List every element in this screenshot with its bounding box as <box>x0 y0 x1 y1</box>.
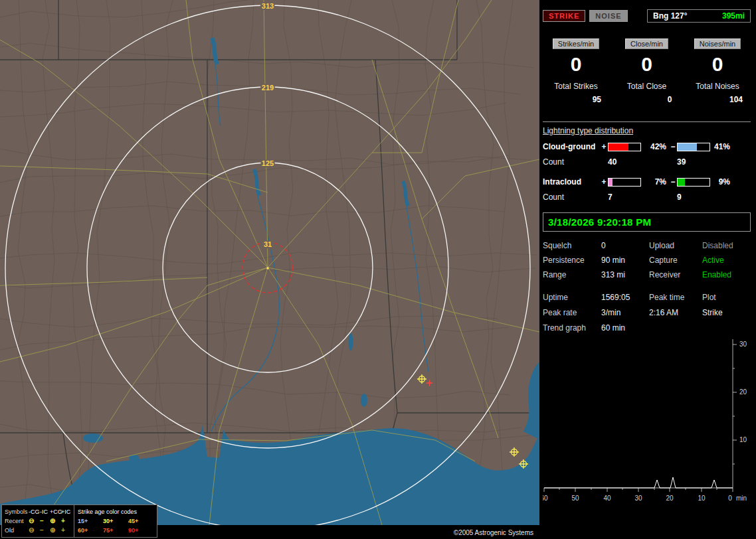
age-code-15: 15+ <box>78 518 103 524</box>
cg-plus-bar <box>608 143 641 151</box>
legend-recent-label: Recent <box>5 518 29 524</box>
age-code-60: 60+ <box>78 528 103 534</box>
cloud-ground-row: Cloud-ground + 42% − 41% <box>543 142 751 151</box>
age-code-30: 30+ <box>103 518 128 524</box>
trend-y-tick-20: 20 <box>739 388 747 396</box>
upload-status: Disabled <box>702 241 751 250</box>
cg-minus-percent: 41% <box>710 142 733 151</box>
trend-x-tick-20: 20 <box>666 495 674 502</box>
cg-count-label: Count <box>543 157 608 167</box>
recent-pos-cg-icon: ⊕ <box>50 518 61 524</box>
settings-grid: Squelch 0 Upload Disabled Persistence 90… <box>543 241 751 279</box>
total-close-value: 0 <box>614 95 680 104</box>
lightning-detector-app: 313 219 125 31 Symbols <box>0 0 756 539</box>
receiver-label: Receiver <box>649 270 702 279</box>
strike-legend: Symbols -CG -IC +CG +IC Recent ⊖ − ⊕ + O… <box>1 504 157 538</box>
trend-x-tick-50: 50 <box>571 495 579 502</box>
noise-indicator-button[interactable]: NOISE <box>589 10 627 22</box>
age-code-75: 75+ <box>103 528 128 534</box>
strikes-per-min-button[interactable]: Strikes/min <box>553 38 599 49</box>
cg-minus-bar-fill <box>678 143 697 151</box>
receiver-status: Enabled <box>702 270 751 279</box>
total-strikes-label: Total Strikes <box>554 82 597 91</box>
trend-x-tick-0: 0 <box>728 495 732 502</box>
intracloud-count-row: Count 7 9 <box>543 193 751 202</box>
legend-col-neg-cg: -CG <box>29 509 40 515</box>
bearing-value: Bng 127° <box>653 11 687 21</box>
noises-per-min-value: 0 <box>712 53 723 75</box>
status-grid: Uptime 1569:05 Peak time Plot Peak rate … <box>543 293 751 333</box>
noises-per-min-button[interactable]: Noises/min <box>694 38 741 49</box>
squelch-label: Squelch <box>543 241 601 250</box>
peak-rate-value: 3/min <box>601 308 649 317</box>
map-svg: 313 219 125 31 <box>0 0 539 525</box>
total-close-label: Total Close <box>627 82 666 91</box>
ic-plus-count: 7 <box>608 193 677 202</box>
ring-label-125: 125 <box>262 159 274 167</box>
uptime-value: 1569:05 <box>601 293 649 302</box>
ic-plus-bar-fill <box>609 179 613 186</box>
trend-series <box>544 477 733 488</box>
plus-sign: + <box>600 177 608 187</box>
capture-status: Active <box>702 256 751 265</box>
uptime-label: Uptime <box>543 293 601 302</box>
ic-plus-percent: 7% <box>641 177 669 187</box>
plot-value: Strike <box>702 308 751 317</box>
plot-label: Plot <box>702 293 751 302</box>
recent-neg-ic-icon: − <box>40 518 50 524</box>
legend-symbols-title: Symbols <box>5 509 29 515</box>
rate-counters: Strikes/min 0 Total Strikes 95 Close/min… <box>543 38 751 104</box>
trend-x-tick-40: 40 <box>603 495 611 502</box>
trend-x-unit: min <box>736 495 747 502</box>
range-label: Range <box>543 270 601 279</box>
trend-graph-label: Trend graph <box>543 323 601 333</box>
trend-graph: 30 20 10 60 50 40 30 20 10 0 min <box>543 335 751 507</box>
bearing-readout: Bng 127° 395mi <box>647 9 751 23</box>
sidebar: STRIKE NOISE Bng 127° 395mi Strikes/min … <box>539 0 756 539</box>
peak-time-value: 2:16 AM <box>649 308 702 317</box>
peak-rate-label: Peak rate <box>543 308 601 317</box>
total-noises-label: Total Noises <box>696 82 739 91</box>
ring-label-219: 219 <box>262 84 274 92</box>
ring-label-313: 313 <box>262 2 274 10</box>
range-value: 313 mi <box>601 270 649 279</box>
upload-label: Upload <box>649 241 702 250</box>
minus-sign: − <box>669 177 677 187</box>
age-code-90: 90+ <box>128 528 153 534</box>
ic-minus-percent: 9% <box>710 177 733 187</box>
close-per-min-value: 0 <box>641 53 652 75</box>
close-column: Close/min 0 Total Close 0 <box>614 38 680 104</box>
legend-age-title: Strike age color codes <box>78 507 153 516</box>
old-pos-cg-icon: ⊕ <box>50 527 61 534</box>
recent-neg-cg-icon: ⊖ <box>29 518 40 524</box>
receiver-location-marker <box>266 267 269 270</box>
legend-symbols: Symbols -CG -IC +CG +IC Recent ⊖ − ⊕ + O… <box>2 505 74 537</box>
cg-plus-count: 40 <box>608 157 677 167</box>
cg-plus-bar-fill <box>609 143 628 151</box>
strike-map[interactable]: 313 219 125 31 Symbols <box>0 0 539 539</box>
cloud-ground-count-row: Count 40 39 <box>543 157 751 167</box>
squelch-value: 0 <box>601 241 649 250</box>
copyright-text: ©2005 Astrogenic Systems <box>450 528 537 537</box>
ic-minus-bar <box>677 178 710 187</box>
total-strikes-value: 95 <box>543 95 609 104</box>
strikes-per-min-value: 0 <box>571 53 582 75</box>
distance-value: 395mi <box>722 11 745 21</box>
old-neg-cg-icon: ⊖ <box>29 527 40 534</box>
old-pos-ic-icon: + <box>61 527 71 534</box>
plus-sign: + <box>600 142 608 151</box>
trend-graph-value: 60 min <box>601 323 649 333</box>
legend-old-label: Old <box>5 528 29 534</box>
legend-age-codes: Strike age color codes 15+ 30+ 45+ 60+ 7… <box>74 505 157 537</box>
lightning-distribution-section: Lightning type distribution Cloud-ground… <box>543 121 751 202</box>
minus-sign: − <box>669 142 677 151</box>
old-neg-ic-icon: − <box>40 527 50 534</box>
trend-y-tick-10: 10 <box>739 436 747 443</box>
ic-minus-bar-fill <box>678 179 685 186</box>
ic-plus-bar <box>608 178 641 187</box>
indicator-row: STRIKE NOISE Bng 127° 395mi <box>543 9 751 23</box>
intracloud-row: Intracloud + 7% − 9% <box>543 177 751 187</box>
close-per-min-button[interactable]: Close/min <box>625 38 668 49</box>
strike-indicator-button[interactable]: STRIKE <box>543 10 585 22</box>
cg-minus-bar <box>677 143 710 151</box>
